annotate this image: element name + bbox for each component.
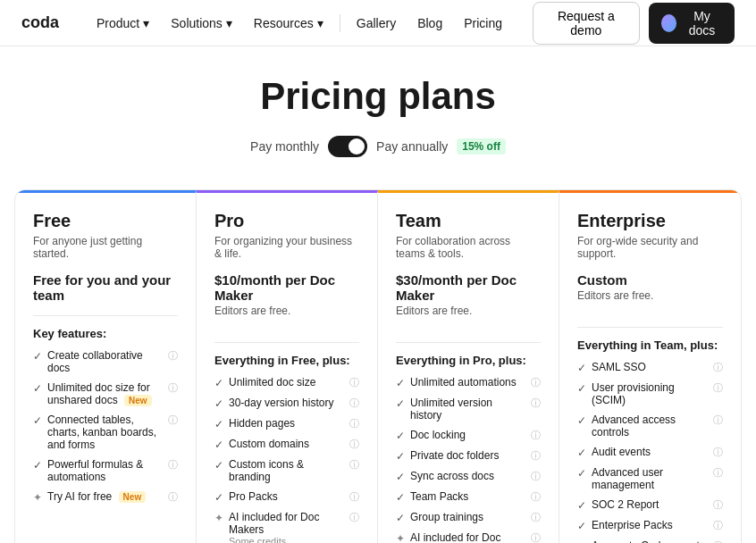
nav-right: Request a demo My docs — [533, 2, 735, 45]
info-icon[interactable]: ⓘ — [713, 361, 723, 374]
info-icon[interactable]: ⓘ — [713, 414, 723, 427]
feature-text: SAML SSO — [592, 361, 708, 373]
free-features-label: Key features: — [33, 327, 178, 340]
new-badge: New — [119, 491, 147, 503]
chevron-down-icon: ▾ — [143, 16, 149, 30]
list-item: ✓ Unlimited version history ⓘ — [396, 397, 541, 422]
list-item: ✓ Hidden pages ⓘ — [214, 417, 359, 430]
info-icon[interactable]: ⓘ — [349, 397, 359, 410]
info-icon[interactable]: ⓘ — [349, 490, 359, 504]
info-icon[interactable]: ⓘ — [713, 466, 723, 480]
nav-gallery[interactable]: Gallery — [348, 11, 405, 36]
team-plan-desc: For collaboration across teams & tools. — [396, 235, 541, 260]
info-icon[interactable]: ⓘ — [349, 511, 359, 524]
feature-text: Access to Coda experts — [592, 539, 708, 543]
team-plan-price: $30/month per Doc Maker — [396, 272, 541, 303]
plan-pro: Pro For organizing your business & life.… — [197, 190, 378, 543]
new-badge: New — [124, 395, 152, 406]
check-icon: ✓ — [33, 382, 42, 395]
list-item: ✓ Custom icons & branding ⓘ — [214, 458, 359, 483]
my-docs-button[interactable]: My docs — [649, 3, 735, 44]
info-icon[interactable]: ⓘ — [531, 511, 541, 524]
annually-label: Pay annually — [376, 139, 448, 154]
feature-text: 30-day version history — [229, 397, 344, 409]
list-item: ✦ Try AI for free New ⓘ — [33, 490, 178, 504]
info-icon[interactable]: ⓘ — [168, 458, 178, 472]
list-item: ✦ AI included for Doc Makers More credit… — [396, 531, 541, 543]
nav-pricing[interactable]: Pricing — [455, 11, 511, 36]
check-icon: ✓ — [396, 377, 405, 389]
info-icon[interactable]: ⓘ — [531, 490, 541, 504]
list-item: ✓ Enterprise Packs ⓘ — [577, 519, 723, 532]
free-feature-list: ✓ Create collaborative docs ⓘ ✓ Unlimite… — [33, 349, 178, 543]
nav-blog[interactable]: Blog — [408, 11, 451, 36]
feature-text: Custom icons & branding — [229, 458, 344, 483]
feature-text: Sync across docs — [410, 470, 525, 482]
info-icon[interactable]: ⓘ — [349, 376, 359, 389]
list-item: ✓ Create collaborative docs ⓘ — [33, 349, 178, 374]
check-icon: ✓ — [33, 459, 42, 472]
feature-text: Advanced access controls — [592, 414, 708, 439]
feature-text: Team Packs — [410, 490, 525, 503]
pricing-grid: Free For anyone just getting started. Fr… — [14, 189, 742, 543]
pro-divider — [214, 342, 359, 343]
feature-text: Powerful formulas & automations — [47, 458, 163, 483]
list-item: ✓ 30-day version history ⓘ — [214, 397, 359, 410]
check-icon: ✓ — [577, 382, 586, 395]
info-icon[interactable]: ⓘ — [531, 470, 541, 483]
info-icon[interactable]: ⓘ — [531, 397, 541, 410]
nav-product[interactable]: Product ▾ — [88, 11, 158, 36]
info-icon[interactable]: ⓘ — [713, 519, 723, 532]
check-icon: ✓ — [577, 447, 586, 459]
billing-toggle[interactable] — [328, 136, 367, 157]
free-plan-name: Free — [33, 211, 178, 231]
info-icon[interactable]: ⓘ — [531, 429, 541, 442]
info-icon[interactable]: ⓘ — [168, 414, 178, 427]
info-icon[interactable]: ⓘ — [168, 349, 178, 363]
list-item: ✓ Access to Coda experts ⓘ — [577, 539, 723, 543]
team-plan-name: Team — [396, 211, 541, 231]
feature-text: Try AI for free New — [47, 490, 163, 503]
check-icon: ✓ — [33, 414, 42, 427]
info-icon[interactable]: ⓘ — [349, 458, 359, 472]
pro-price-note: Editors are free. — [214, 305, 359, 317]
chevron-down-icon: ▾ — [226, 16, 232, 30]
feature-text: Group trainings — [410, 511, 525, 523]
info-icon[interactable]: ⓘ — [349, 417, 359, 430]
info-icon[interactable]: ⓘ — [531, 376, 541, 389]
feature-text: Hidden pages — [229, 417, 344, 430]
info-icon[interactable]: ⓘ — [713, 539, 723, 543]
list-item: ✓ Unlimited automations ⓘ — [396, 376, 541, 389]
page-header: Pricing plans Pay monthly Pay annually 1… — [0, 46, 756, 175]
check-icon: ✓ — [396, 491, 405, 504]
feature-text: Connected tables, charts, kanban boards,… — [47, 414, 163, 451]
check-icon: ✓ — [214, 439, 223, 451]
feature-text: Create collaborative docs — [47, 349, 163, 374]
list-item: ✓ Unlimited doc size ⓘ — [214, 376, 359, 389]
check-icon: ✓ — [577, 467, 586, 480]
feature-text: AI included for Doc Makers Some credits — [229, 511, 344, 543]
nav-resources[interactable]: Resources ▾ — [245, 11, 332, 36]
list-item: ✓ Connected tables, charts, kanban board… — [33, 414, 178, 451]
info-icon[interactable]: ⓘ — [349, 438, 359, 451]
nav-divider — [340, 14, 340, 32]
info-icon[interactable]: ⓘ — [531, 531, 541, 543]
logo[interactable]: coda — [21, 13, 59, 32]
info-icon[interactable]: ⓘ — [713, 381, 723, 395]
check-icon: ✓ — [33, 350, 42, 363]
info-icon[interactable]: ⓘ — [713, 498, 723, 512]
nav-solutions[interactable]: Solutions ▾ — [162, 11, 241, 36]
check-icon: ✓ — [396, 397, 405, 410]
enterprise-feature-list: ✓ SAML SSO ⓘ ✓ User provisioning (SCIM) … — [577, 361, 723, 543]
info-icon[interactable]: ⓘ — [531, 449, 541, 463]
plan-enterprise: Enterprise For org-wide security and sup… — [559, 190, 741, 543]
info-icon[interactable]: ⓘ — [713, 446, 723, 459]
pro-features-label: Everything in Free, plus: — [214, 354, 359, 367]
info-icon[interactable]: ⓘ — [168, 381, 178, 395]
info-icon[interactable]: ⓘ — [168, 490, 178, 504]
enterprise-divider — [577, 327, 723, 328]
feature-text: Pro Packs — [229, 490, 344, 503]
avatar — [661, 14, 676, 32]
request-demo-button[interactable]: Request a demo — [533, 2, 640, 45]
plan-free: Free For anyone just getting started. Fr… — [15, 190, 197, 543]
